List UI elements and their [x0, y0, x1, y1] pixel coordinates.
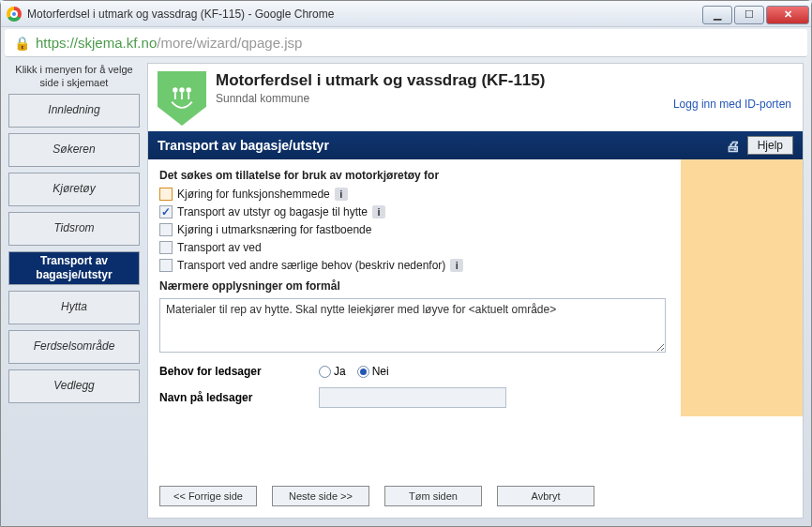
help-button[interactable]: Hjelp: [747, 136, 793, 155]
checkbox-label-utmark: Kjøring i utmarksnæring for fastboende: [177, 223, 371, 236]
sidebar-item-vedlegg[interactable]: Vedlegg: [8, 369, 140, 403]
sidebar-item-ferdselsomrade[interactable]: Ferdselsområde: [8, 330, 140, 364]
minimize-button[interactable]: [702, 6, 732, 24]
close-button[interactable]: [766, 6, 809, 24]
window-title: Motorferdsel i utmark og vassdrag (KF-11…: [27, 8, 334, 21]
prev-button[interactable]: << Forrige side: [159, 486, 257, 506]
print-icon[interactable]: 🖨: [726, 138, 740, 154]
radio-dot-nei: [357, 366, 369, 378]
radio-ja[interactable]: Ja: [319, 365, 346, 378]
details-textarea[interactable]: [159, 298, 666, 353]
checkbox-label-saerlige: Transport ved andre særlige behov (beskr…: [177, 259, 445, 272]
checkbox-funksjon[interactable]: [159, 188, 173, 201]
sidebar-item-transport[interactable]: Transport av bagasje/utstyr: [8, 251, 140, 285]
details-label: Nærmere opplysninger om formål: [159, 279, 791, 293]
sidebar-item-kjoretoy[interactable]: Kjøretøy: [8, 173, 140, 206]
checkbox-label-funksjon: Kjøring for funksjonshemmede: [177, 188, 330, 201]
sidebar-item-hytta[interactable]: Hytta: [8, 291, 140, 324]
titlebar: Motorferdsel i utmark og vassdrag (KF-11…: [1, 1, 811, 27]
svg-point-1: [179, 87, 184, 92]
radio-dot-ja: [319, 366, 331, 378]
url-host: https://skjema.kf.no: [36, 35, 157, 51]
maximize-button[interactable]: [734, 6, 764, 24]
chrome-icon: [7, 7, 22, 22]
ledsager-label: Behov for ledsager: [159, 365, 319, 378]
info-icon[interactable]: i: [372, 205, 385, 218]
next-button[interactable]: Neste side >>: [272, 486, 369, 506]
checkbox-utmark[interactable]: [159, 223, 173, 236]
address-bar[interactable]: 🔒 https://skjema.kf.no/more/wizard/qpage…: [5, 29, 807, 57]
navn-input[interactable]: [319, 387, 506, 408]
checkbox-ved[interactable]: [159, 241, 173, 254]
sidebar-hint: Klikk i menyen for å velge side i skjema…: [8, 63, 140, 90]
sidebar-item-innledning[interactable]: Innledning: [8, 94, 140, 128]
page-title: Motorferdsel i utmark og vassdrag (KF-11…: [216, 71, 545, 90]
crest-icon: [158, 71, 206, 126]
browser-window: Motorferdsel i utmark og vassdrag (KF-11…: [0, 0, 812, 527]
sidebar-item-tidsrom[interactable]: Tidsrom: [8, 212, 140, 246]
info-icon[interactable]: i: [335, 188, 348, 201]
lock-icon: 🔒: [14, 36, 30, 51]
cancel-button[interactable]: Avbryt: [497, 486, 594, 506]
clear-button[interactable]: Tøm siden: [384, 486, 482, 506]
page-subtitle: Sunndal kommune: [216, 92, 545, 105]
checkbox-transport-hytte[interactable]: [159, 205, 173, 218]
section-bar: Transport av bagasje/utstyr 🖨 Hjelp: [148, 131, 803, 159]
svg-point-2: [187, 87, 191, 92]
main-panel: Motorferdsel i utmark og vassdrag (KF-11…: [147, 63, 804, 519]
footer-buttons: << Forrige side Neste side >> Tøm siden …: [148, 476, 803, 518]
url: https://skjema.kf.no/more/wizard/qpage.j…: [36, 35, 302, 51]
section-title: Transport av bagasje/utstyr: [158, 138, 329, 153]
radio-nei[interactable]: Nei: [357, 365, 389, 378]
checkbox-saerlige[interactable]: [159, 259, 173, 272]
svg-point-0: [173, 87, 177, 92]
group-label-tillatelse: Det søkes om tillatelse for bruk av moto…: [159, 169, 791, 182]
checkbox-label-transport-hytte: Transport av utstyr og bagasje til hytte: [177, 205, 368, 218]
checkbox-label-ved: Transport av ved: [177, 241, 262, 254]
sidebar: Klikk i menyen for å velge side i skjema…: [8, 63, 140, 519]
info-icon[interactable]: i: [450, 259, 463, 272]
navn-label: Navn på ledsager: [159, 391, 319, 404]
sidebar-item-sokeren[interactable]: Søkeren: [8, 133, 140, 167]
url-path: /more/wizard/qpage.jsp: [157, 35, 302, 51]
radio-label-ja: Ja: [334, 365, 346, 378]
login-link[interactable]: Logg inn med ID-porten: [673, 98, 791, 111]
radio-label-nei: Nei: [372, 365, 389, 378]
